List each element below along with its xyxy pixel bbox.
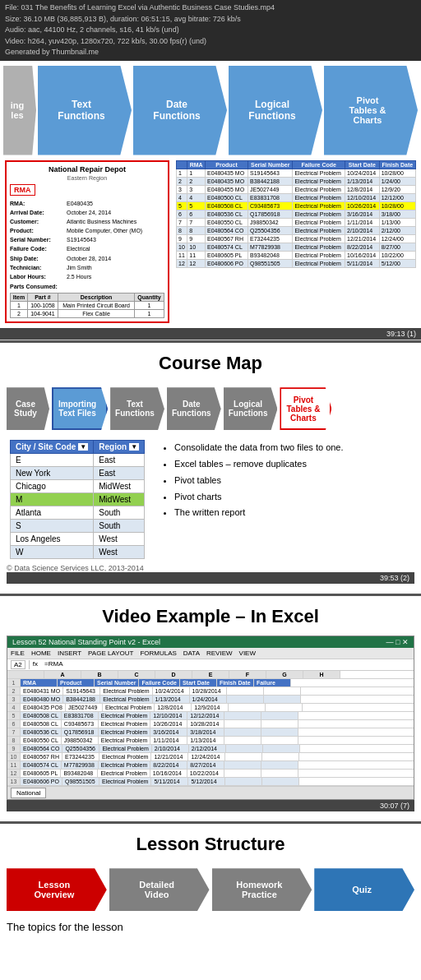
nav-tab-date-functions[interactable]: Date Functions xyxy=(133,66,227,155)
table-row: 1010E0480574 CLM77829938Electrical Probl… xyxy=(177,243,416,251)
excel-row: 8E0480550 CLJ98850342Electrical Problem1… xyxy=(7,737,414,745)
cm-case-study[interactable]: Case Study xyxy=(7,387,49,430)
bullet-section: Consolidate the data from two files to o… xyxy=(155,440,343,521)
doc-field-labor: Labor Hours: 2.5 Hours xyxy=(10,272,164,281)
lesson-structure-title: Lesson Structure xyxy=(7,834,414,855)
cm-date-functions[interactable]: Date Functions xyxy=(167,387,221,430)
excel-row: 4E0480435 PO8JE5027449Electrical Problem… xyxy=(7,704,414,712)
parts-table: Item Part # Description Quantity 1 100-1… xyxy=(10,293,164,318)
section2-content: City / Site Code ▼ Region ▼ EEastNew Yor… xyxy=(7,440,414,559)
data-table-wrapper: RMA Product Serial Number Failure Code S… xyxy=(176,160,416,324)
table-row: SSouth xyxy=(11,520,145,533)
doc-field-serial: Serial Number: S19145643 xyxy=(10,235,164,244)
doc-subheader: Eastern Region xyxy=(10,175,164,181)
nav-tab-text-functions[interactable]: Text Functions xyxy=(38,66,132,155)
excel-row: 3E0480480 MOB38442188Electrical Problem1… xyxy=(7,696,414,704)
table-row: 44E0480500 CLE83831708Electrical Problem… xyxy=(177,193,416,201)
topics-content-area xyxy=(7,933,414,980)
table-row: 11E0480435 MOS19145643Electrical Problem… xyxy=(177,169,416,177)
lesson-arrow-quiz[interactable]: Quiz xyxy=(314,868,414,911)
section2: Course Map Case Study Importing Text Fil… xyxy=(0,340,421,594)
nav-tab-partial[interactable]: ingles xyxy=(3,66,36,155)
table-row: 1212E0480606 POQ98551505Electrical Probl… xyxy=(177,259,416,267)
doc-field-ship: Ship Date: October 28, 2014 xyxy=(10,254,164,263)
table-row: 77E0480550 CLJ98850342Electrical Problem… xyxy=(177,218,416,226)
file-info-line1: File: 031 The Benefits of Learning Excel… xyxy=(5,2,416,14)
excel-grid: ABCDEFGH1RMAProductSerial NumberFailure … xyxy=(7,671,414,786)
table-row: 99E0480567 RHE73244235Electrical Problem… xyxy=(177,234,416,243)
lesson-arrow-homework[interactable]: Homework Practice xyxy=(212,868,312,911)
excel-row: 6E0480508 CLC93485673Electrical Problem1… xyxy=(7,720,414,728)
table-row: WWest xyxy=(11,546,145,559)
nav-tab-logical-functions[interactable]: Logical Functions xyxy=(229,66,322,155)
region-table: City / Site Code ▼ Region ▼ EEastNew Yor… xyxy=(10,440,145,559)
list-item: Pivot tables xyxy=(174,473,343,489)
table-row: 22E0480435 MOB38442188Electrical Problem… xyxy=(177,177,416,185)
nav-tab-pivot[interactable]: Pivot Tables & Charts xyxy=(324,66,418,155)
table-row: Los AngelesWest xyxy=(11,533,145,546)
excel-sheet-tabs: National xyxy=(7,786,414,799)
video-title: Video Example – In Excel xyxy=(7,606,414,627)
course-map-title: Course Map xyxy=(7,353,414,374)
cm-importing[interactable]: Importing Text Files xyxy=(52,387,108,430)
table-row: 33E0480455 MOJE5027449Electrical Problem… xyxy=(177,185,416,193)
course-map-arrows: Case Study Importing Text Files Text Fun… xyxy=(7,387,414,430)
table-row: 1 100-1058 Main Printed Circuit Board 1 xyxy=(11,302,164,310)
section2-copyright: © Data Science Services LLC, 2013-2014 xyxy=(7,564,414,572)
lesson-arrow-overview[interactable]: Lesson Overview xyxy=(7,868,107,911)
excel-row: 10E0480567 RHE73244235Electrical Problem… xyxy=(7,753,414,761)
excel-row: 9E0480564 COQ25504356Electrical Problem2… xyxy=(7,745,414,753)
list-item: The written report xyxy=(174,505,343,521)
doc-field-arrival: Arrival Date: October 24, 2014 xyxy=(10,208,164,217)
doc-field-failure: Failure Code: Electrical xyxy=(10,244,164,253)
section1-main: National Repair Depot Eastern Region RMA… xyxy=(0,155,421,329)
excel-row: 12E0480605 PLB93482048Electrical Problem… xyxy=(7,770,414,778)
excel-formula-bar: A2 fx =RMA xyxy=(7,659,414,671)
table-row: New YorkEast xyxy=(11,467,145,480)
excel-row: 11E0480574 CLM77829938Electrical Problem… xyxy=(7,761,414,770)
topics-text: The topics for the lesson xyxy=(7,921,414,933)
lesson-arrow-video[interactable]: Detailed Video xyxy=(109,868,210,911)
timestamp2: 39:53 (2) xyxy=(7,572,414,584)
doc-fields: RMA: E0480435 Arrival Date: October 24, … xyxy=(10,199,164,282)
excel-mock: Lesson 52 National Standing Point v2 - E… xyxy=(7,636,414,800)
table-row: MMidWest xyxy=(11,493,145,506)
excel-ribbon[interactable]: FILE HOME INSERT PAGE LAYOUT FORMULAS DA… xyxy=(7,648,414,659)
table-row: 1111E0480605 PLB93482048Electrical Probl… xyxy=(177,251,416,259)
file-info-line3: Audio: aac, 44100 Hz, 2 channels, s16, 4… xyxy=(5,25,416,36)
cm-pivot[interactable]: Pivot Tables & Charts xyxy=(280,387,331,430)
table-row: 88E0480564 COQ25504356Electrical Problem… xyxy=(177,226,416,234)
excel-row: 2E0480431 MOS19145643Electrical Problem1… xyxy=(7,687,414,696)
section4: Lesson Structure Lesson Overview Detaile… xyxy=(0,821,421,980)
file-info-bar: File: 031 The Benefits of Learning Excel… xyxy=(0,0,421,61)
data-table: RMA Product Serial Number Failure Code S… xyxy=(176,160,416,268)
file-info-line4: Video: h264, yuv420p, 1280x720, 722 kb/s… xyxy=(5,36,416,48)
table-row: AtlantaSouth xyxy=(11,506,145,520)
file-info-line2: Size: 36.10 MB (36,885,913 B), duration:… xyxy=(5,14,416,25)
document-panel: National Repair Depot Eastern Region RMA… xyxy=(5,160,169,324)
doc-field-tech: Technician: Jim Smith xyxy=(10,263,164,272)
doc-rma-label: RMA xyxy=(10,184,35,196)
file-info-line5: Generated by Thumbnail.me xyxy=(5,47,416,58)
excel-header-row: ABCDEFGH xyxy=(7,671,414,679)
table-row: 2 104-9041 Flex Cable 1 xyxy=(11,310,164,318)
section1: ingles Text Functions Date Functions Log… xyxy=(0,61,421,341)
excel-row: 7E0480536 CLQ17856918Electrical Problem3… xyxy=(7,728,414,737)
doc-field-rma: RMA: E0480435 xyxy=(10,199,164,208)
doc-field-customer: Customer: Atlantic Business Machines xyxy=(10,217,164,226)
section3: Video Example – In Excel Lesson 52 Natio… xyxy=(0,594,421,821)
cm-logical-functions[interactable]: Logical Functions xyxy=(224,387,278,430)
lesson-arrows: Lesson Overview Detailed Video Homework … xyxy=(7,868,414,911)
bullet-list: Consolidate the data from two files to o… xyxy=(155,440,343,521)
table-row: ChicagoMidWest xyxy=(11,480,145,493)
list-item: Pivot charts xyxy=(174,489,343,506)
parts-consumed-label: Parts Consumed: xyxy=(10,284,164,289)
cm-text-functions[interactable]: Text Functions xyxy=(110,387,164,430)
excel-row: 13E0480606 POQ98551505Electrical Problem… xyxy=(7,778,414,786)
doc-field-product: Product: Mobile Computer, Other (MO) xyxy=(10,226,164,235)
table-row: EEast xyxy=(11,454,145,467)
table-row: 55E0480508 CLC93485673Electrical Problem… xyxy=(177,201,416,210)
excel-title-bar: Lesson 52 National Standing Point v2 - E… xyxy=(7,636,414,648)
list-item: Excel tables – remove duplicates xyxy=(174,456,343,473)
table-row: 66E0480536 CLQ17856918Electrical Problem… xyxy=(177,210,416,218)
